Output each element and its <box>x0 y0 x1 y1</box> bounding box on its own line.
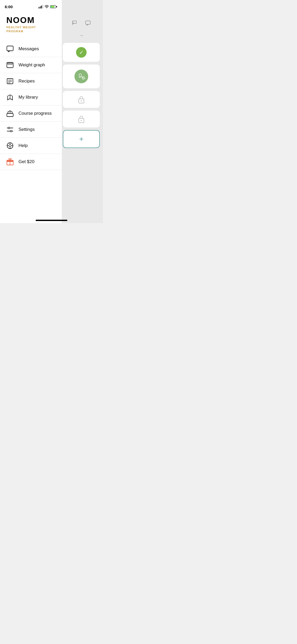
illustration-icon <box>74 70 88 83</box>
status-bar: 6:00 <box>0 0 62 12</box>
svg-point-13 <box>46 8 47 8</box>
drawer-header: NOOM HEALTHY WEIGHTPROGRAM <box>0 12 62 39</box>
library-label: My library <box>18 95 38 100</box>
background-app: → ✓ <box>60 0 103 223</box>
nav-item-my-library[interactable]: My library <box>0 89 62 105</box>
svg-point-27 <box>10 130 12 132</box>
bg-card-5[interactable]: + <box>63 130 100 148</box>
course-progress-label: Course progress <box>18 111 52 116</box>
library-icon <box>6 94 14 101</box>
svg-rect-22 <box>7 113 13 117</box>
nav-menu: Messages Weight graph <box>0 39 62 223</box>
app-name: NOOM <box>6 16 55 24</box>
help-label: Help <box>18 143 28 148</box>
bg-card-2 <box>63 65 100 88</box>
drawer: 6:00 <box>0 0 62 223</box>
signal-bars-icon <box>39 5 43 8</box>
signal-bar-3 <box>41 6 42 8</box>
bg-toolbar <box>67 16 96 30</box>
settings-label: Settings <box>18 127 35 132</box>
svg-rect-14 <box>7 46 13 51</box>
help-icon <box>6 142 14 149</box>
nav-item-settings[interactable]: Settings <box>0 122 62 138</box>
svg-point-29 <box>9 145 11 147</box>
home-indicator <box>36 220 67 221</box>
battery-icon: ⚡ <box>50 5 57 8</box>
nav-item-messages[interactable]: Messages <box>0 41 62 57</box>
status-time: 6:00 <box>5 4 13 9</box>
settings-icon <box>6 126 14 133</box>
svg-rect-17 <box>7 79 13 84</box>
svg-point-25 <box>8 127 10 129</box>
bg-arrow: → <box>79 33 84 38</box>
screen: → ✓ <box>0 0 103 223</box>
message-icon <box>6 45 14 53</box>
get-money-label: Get $20 <box>18 159 35 164</box>
gift-icon <box>6 158 14 165</box>
bg-card-4 <box>63 111 100 127</box>
messages-label: Messages <box>18 46 39 52</box>
svg-rect-16 <box>8 63 12 64</box>
svg-rect-8 <box>79 77 81 77</box>
nav-item-recipes[interactable]: Recipes <box>0 73 62 89</box>
lock-icon-2 <box>78 115 85 123</box>
signal-bar-2 <box>40 6 41 8</box>
weight-graph-label: Weight graph <box>18 62 45 68</box>
svg-rect-3 <box>86 21 90 24</box>
bg-card-1: ✓ <box>63 43 100 62</box>
weight-graph-icon <box>6 61 14 69</box>
app-subtitle: HEALTHY WEIGHTPROGRAM <box>6 25 55 34</box>
signal-bar-4 <box>43 5 43 8</box>
plus-icon: + <box>79 135 83 143</box>
green-check-icon: ✓ <box>76 47 87 58</box>
lock-icon-1 <box>78 95 85 104</box>
svg-point-10 <box>81 100 82 102</box>
recipes-icon <box>6 77 14 85</box>
nav-item-help[interactable]: Help <box>0 138 62 154</box>
wifi-icon <box>45 5 49 8</box>
status-icons: ⚡ <box>39 5 57 8</box>
nav-item-course-progress[interactable]: Course progress <box>0 105 62 122</box>
svg-point-12 <box>81 120 82 121</box>
course-progress-icon <box>6 110 14 117</box>
bg-flag-icon <box>72 20 78 26</box>
nav-item-get-money[interactable]: Get $20 <box>0 154 62 170</box>
bg-chat-icon <box>85 20 91 26</box>
signal-bar-1 <box>39 7 39 8</box>
bg-card-3 <box>63 91 100 108</box>
recipes-label: Recipes <box>18 79 35 84</box>
nav-item-weight-graph[interactable]: Weight graph <box>0 57 62 73</box>
